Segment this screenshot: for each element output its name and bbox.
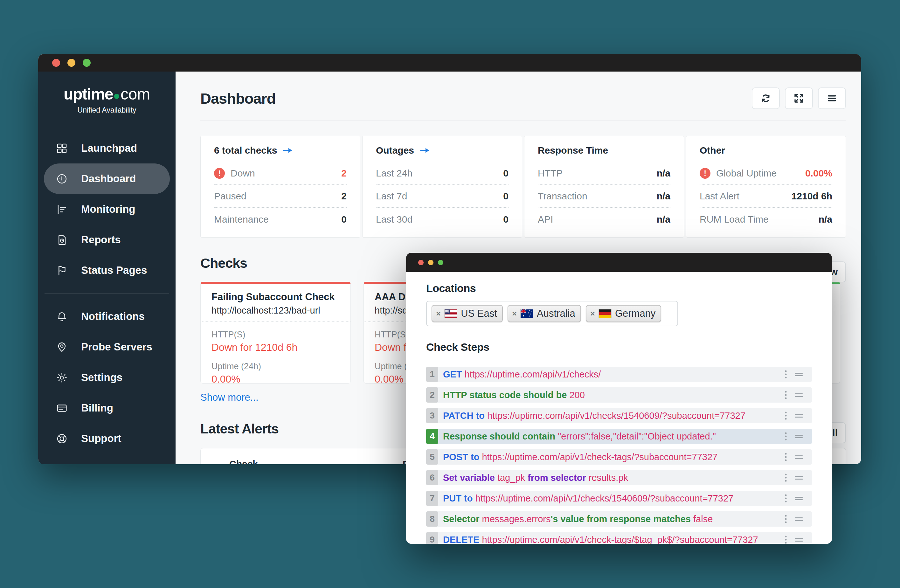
stat-row: Last 30d 0 [376, 208, 509, 231]
step-drag-handle-icon[interactable] [795, 413, 803, 419]
remove-tag-icon[interactable]: × [590, 309, 595, 319]
window-titlebar [38, 54, 861, 71]
step-drag-handle-icon[interactable] [795, 475, 803, 481]
menu-button[interactable] [818, 87, 846, 109]
stat-row-value: n/a [657, 168, 670, 179]
zoom-window-button[interactable] [83, 59, 91, 67]
step-drag-handle-icon[interactable] [795, 496, 803, 502]
stat-row: Maintenance 0 [214, 208, 347, 231]
expand-icon [793, 93, 805, 104]
step-menu-icon[interactable] [785, 535, 787, 544]
modal-minimize-button[interactable] [428, 260, 433, 265]
step-drag-handle-icon[interactable] [795, 372, 803, 378]
check-name: Failing Subaccount Check [211, 291, 340, 303]
stat-card-title[interactable]: 6 total checks [214, 145, 347, 156]
sidebar-item-probe-servers[interactable]: Probe Servers [44, 332, 170, 362]
gauge-icon [56, 173, 68, 185]
step-description: Selector messages.errors's value from re… [443, 514, 713, 524]
check-url: http://localhost:123/bad-url [211, 305, 340, 316]
location-tag-australia[interactable]: × Australia [507, 305, 581, 322]
step-menu-icon[interactable] [785, 369, 787, 380]
step-menu-icon[interactable] [785, 493, 787, 504]
step-menu-icon[interactable] [785, 390, 787, 401]
sidebar-item-status-pages[interactable]: Status Pages [44, 255, 170, 285]
sidebar-item-notifications[interactable]: Notifications [44, 301, 170, 332]
card-icon [56, 402, 68, 414]
modal-close-button[interactable] [418, 260, 424, 265]
close-window-button[interactable] [52, 59, 60, 67]
uptime-logo[interactable]: uptimecom Unified Availability [38, 85, 175, 115]
check-card[interactable]: Failing Subaccount Check http://localhos… [200, 282, 351, 383]
arrow-right-icon [420, 147, 430, 154]
stat-row-value: n/a [657, 214, 670, 225]
step-drag-handle-icon[interactable] [795, 455, 803, 461]
check-step-row-7[interactable]: 7 PUT to https://uptime.com/api/v1/check… [426, 491, 812, 506]
stat-row: HTTP n/a [538, 162, 670, 185]
check-step-row-8[interactable]: 8 Selector messages.errors's value from … [426, 511, 812, 527]
sidebar-item-support[interactable]: Support [44, 423, 170, 454]
check-uptime-label: Uptime (24h) [211, 361, 340, 371]
location-tag-label: Australia [537, 308, 575, 319]
step-menu-icon[interactable] [785, 452, 787, 463]
header-actions [752, 87, 846, 109]
stat-row-value: 2 [341, 168, 347, 179]
lifebuoy-icon [56, 433, 68, 445]
stat-row-label: Transaction [538, 191, 587, 202]
stat-row: API n/a [538, 208, 670, 231]
check-step-row-9[interactable]: 9 DELETE https://uptime.com/api/v1/check… [426, 532, 812, 544]
stat-card: 6 total checks !Down 2 Paused 2 Maintena… [200, 136, 360, 237]
step-drag-handle-icon[interactable] [795, 517, 803, 523]
step-menu-icon[interactable] [785, 514, 787, 525]
stat-row-value: 0.00% [805, 168, 832, 179]
sidebar-item-label: Probe Servers [81, 341, 152, 353]
stat-row: Paused 2 [214, 185, 347, 208]
check-step-row-5[interactable]: 5 POST to https://uptime.com/api/v1/chec… [426, 449, 812, 465]
step-drag-handle-icon[interactable] [795, 434, 803, 440]
locations-input[interactable]: × US East × Australia × Germany [426, 301, 678, 326]
check-step-row-3[interactable]: 3 PATCH to https://uptime.com/api/v1/che… [426, 408, 812, 423]
step-menu-icon[interactable] [785, 473, 787, 484]
check-step-row-1[interactable]: 1 GET https://uptime.com/api/v1/checks/ [426, 367, 812, 382]
sidebar-item-monitoring[interactable]: Monitoring [44, 194, 170, 225]
stat-row-label: API [538, 214, 553, 225]
minimize-window-button[interactable] [67, 59, 75, 67]
step-drag-handle-icon[interactable] [795, 537, 803, 543]
stat-card: Other !Global Uptime 0.00% Last Alert 12… [686, 136, 846, 237]
sidebar-nav: LaunchpadDashboardMonitoringReportsStatu… [38, 133, 175, 454]
step-number-badge: 2 [426, 387, 438, 403]
step-number-badge: 7 [426, 491, 438, 506]
stat-card: Response Time HTTP n/a Transaction n/a A… [524, 136, 684, 237]
step-drag-handle-icon[interactable] [795, 393, 803, 399]
step-menu-icon[interactable] [785, 411, 787, 422]
stat-card-title[interactable]: Outages [376, 145, 509, 156]
location-tag-germany[interactable]: × Germany [586, 305, 661, 322]
bell-icon [56, 311, 68, 323]
sidebar-item-launchpad[interactable]: Launchpad [44, 133, 170, 163]
desktop-background: uptimecom Unified Availability Launchpad… [0, 0, 900, 588]
stat-row: Last 7d 0 [376, 185, 509, 208]
refresh-icon [760, 93, 771, 104]
modal-zoom-button[interactable] [438, 260, 443, 265]
stat-row-label: Global Uptime [716, 168, 777, 179]
sidebar-item-reports[interactable]: Reports [44, 225, 170, 255]
step-number-badge: 8 [426, 511, 438, 527]
step-number-badge: 9 [426, 532, 438, 544]
refresh-button[interactable] [752, 87, 780, 109]
stat-row-value: 0 [503, 168, 509, 179]
remove-tag-icon[interactable]: × [436, 309, 441, 319]
remove-tag-icon[interactable]: × [512, 309, 517, 319]
sidebar-item-dashboard[interactable]: Dashboard [44, 163, 170, 194]
check-step-row-4[interactable]: 4 Response should contain "errors":false… [426, 429, 812, 444]
location-tag-us-east[interactable]: × US East [431, 305, 503, 322]
step-description: HTTP status code should be 200 [443, 390, 585, 400]
sidebar-item-settings[interactable]: Settings [44, 362, 170, 393]
us-flag [445, 309, 457, 318]
step-description: Set variable tag_pk from selector result… [443, 473, 628, 483]
grid-icon [56, 143, 68, 154]
check-step-row-6[interactable]: 6 Set variable tag_pk from selector resu… [426, 470, 812, 485]
sidebar-item-billing[interactable]: Billing [44, 393, 170, 423]
stat-row-label: Maintenance [214, 214, 269, 225]
step-menu-icon[interactable] [785, 431, 787, 442]
check-step-row-2[interactable]: 2 HTTP status code should be 200 [426, 387, 812, 403]
expand-button[interactable] [785, 87, 813, 109]
